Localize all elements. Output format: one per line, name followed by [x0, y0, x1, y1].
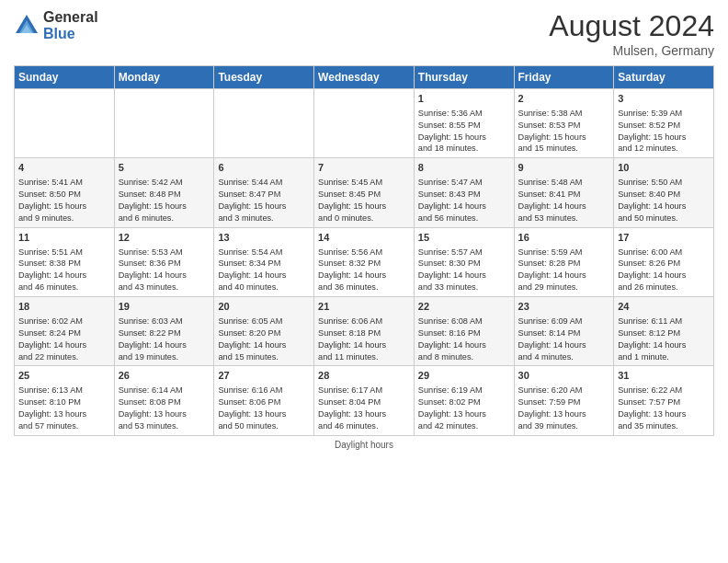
title-block: August 2024 Mulsen, Germany [549, 9, 714, 58]
calendar-cell-4-6: 31Sunrise: 6:22 AM Sunset: 7:57 PM Dayli… [614, 366, 714, 435]
day-info: Sunrise: 5:50 AM Sunset: 8:40 PM Dayligh… [618, 177, 710, 224]
calendar-week-2: 11Sunrise: 5:51 AM Sunset: 8:38 PM Dayli… [15, 227, 714, 296]
calendar-cell-2-4: 15Sunrise: 5:57 AM Sunset: 8:30 PM Dayli… [414, 227, 514, 296]
day-info: Sunrise: 6:00 AM Sunset: 8:26 PM Dayligh… [618, 247, 710, 294]
calendar-cell-3-0: 18Sunrise: 6:02 AM Sunset: 8:24 PM Dayli… [15, 297, 115, 366]
calendar-cell-3-4: 22Sunrise: 6:08 AM Sunset: 8:16 PM Dayli… [414, 297, 514, 366]
calendar-cell-2-6: 17Sunrise: 6:00 AM Sunset: 8:26 PM Dayli… [614, 227, 714, 296]
calendar-cell-3-5: 23Sunrise: 6:09 AM Sunset: 8:14 PM Dayli… [514, 297, 614, 366]
day-info: Sunrise: 6:06 AM Sunset: 8:18 PM Dayligh… [318, 316, 410, 363]
calendar-cell-4-1: 26Sunrise: 6:14 AM Sunset: 8:08 PM Dayli… [114, 366, 214, 435]
page: General Blue August 2024 Mulsen, Germany… [0, 0, 728, 563]
calendar-cell-4-2: 27Sunrise: 6:16 AM Sunset: 8:06 PM Dayli… [214, 366, 314, 435]
day-number: 24 [618, 300, 710, 314]
day-number: 20 [218, 300, 310, 314]
calendar-cell-3-2: 20Sunrise: 6:05 AM Sunset: 8:20 PM Dayli… [214, 297, 314, 366]
calendar-cell-0-1 [114, 89, 214, 158]
day-number: 21 [318, 300, 410, 314]
day-info: Sunrise: 6:19 AM Sunset: 8:02 PM Dayligh… [418, 385, 510, 432]
day-number: 19 [119, 300, 210, 314]
calendar-cell-1-6: 10Sunrise: 5:50 AM Sunset: 8:40 PM Dayli… [614, 158, 714, 227]
logo-blue: Blue [43, 26, 98, 42]
day-number: 18 [18, 300, 110, 314]
calendar-header-row: SundayMondayTuesdayWednesdayThursdayFrid… [15, 66, 714, 89]
calendar-cell-4-4: 29Sunrise: 6:19 AM Sunset: 8:02 PM Dayli… [414, 366, 514, 435]
day-number: 15 [418, 231, 510, 245]
calendar-weekday-saturday: Saturday [614, 66, 714, 89]
day-number: 14 [318, 231, 410, 245]
calendar-cell-1-4: 8Sunrise: 5:47 AM Sunset: 8:43 PM Daylig… [414, 158, 514, 227]
calendar-weekday-tuesday: Tuesday [214, 66, 314, 89]
calendar-cell-1-3: 7Sunrise: 5:45 AM Sunset: 8:45 PM Daylig… [314, 158, 415, 227]
day-number: 12 [119, 231, 210, 245]
day-info: Sunrise: 5:54 AM Sunset: 8:34 PM Dayligh… [218, 247, 310, 294]
calendar-cell-4-5: 30Sunrise: 6:20 AM Sunset: 7:59 PM Dayli… [514, 366, 614, 435]
calendar-cell-3-6: 24Sunrise: 6:11 AM Sunset: 8:12 PM Dayli… [614, 297, 714, 366]
day-info: Sunrise: 5:57 AM Sunset: 8:30 PM Dayligh… [418, 247, 510, 294]
calendar-week-4: 25Sunrise: 6:13 AM Sunset: 8:10 PM Dayli… [15, 366, 714, 435]
calendar-cell-0-0 [15, 89, 115, 158]
calendar-table: SundayMondayTuesdayWednesdayThursdayFrid… [14, 65, 714, 436]
day-number: 1 [418, 92, 510, 106]
calendar-cell-2-1: 12Sunrise: 5:53 AM Sunset: 8:36 PM Dayli… [114, 227, 214, 296]
day-number: 7 [318, 161, 410, 175]
logo: General Blue [14, 9, 98, 41]
day-info: Sunrise: 5:59 AM Sunset: 8:28 PM Dayligh… [518, 247, 610, 294]
day-number: 9 [518, 161, 610, 175]
day-number: 26 [119, 369, 210, 383]
calendar-week-3: 18Sunrise: 6:02 AM Sunset: 8:24 PM Dayli… [15, 297, 714, 366]
day-info: Sunrise: 6:20 AM Sunset: 7:59 PM Dayligh… [518, 385, 610, 432]
calendar-cell-0-5: 2Sunrise: 5:38 AM Sunset: 8:53 PM Daylig… [514, 89, 614, 158]
day-number: 16 [518, 231, 610, 245]
calendar-cell-0-3 [314, 89, 415, 158]
header: General Blue August 2024 Mulsen, Germany [14, 9, 714, 58]
day-info: Sunrise: 5:56 AM Sunset: 8:32 PM Dayligh… [318, 247, 410, 294]
day-number: 31 [618, 369, 710, 383]
calendar-cell-4-3: 28Sunrise: 6:17 AM Sunset: 8:04 PM Dayli… [314, 366, 415, 435]
day-info: Sunrise: 6:14 AM Sunset: 8:08 PM Dayligh… [119, 385, 210, 432]
day-number: 13 [218, 231, 310, 245]
logo-text: General Blue [43, 9, 98, 41]
day-info: Sunrise: 5:47 AM Sunset: 8:43 PM Dayligh… [418, 177, 510, 224]
calendar-weekday-thursday: Thursday [414, 66, 514, 89]
calendar-cell-0-6: 3Sunrise: 5:39 AM Sunset: 8:52 PM Daylig… [614, 89, 714, 158]
day-info: Sunrise: 6:02 AM Sunset: 8:24 PM Dayligh… [18, 316, 110, 363]
day-number: 5 [119, 161, 210, 175]
day-info: Sunrise: 5:48 AM Sunset: 8:41 PM Dayligh… [518, 177, 610, 224]
month-year: August 2024 [549, 9, 714, 43]
calendar-cell-2-2: 13Sunrise: 5:54 AM Sunset: 8:34 PM Dayli… [214, 227, 314, 296]
day-number: 27 [218, 369, 310, 383]
day-info: Sunrise: 5:39 AM Sunset: 8:52 PM Dayligh… [618, 108, 710, 155]
day-info: Sunrise: 6:11 AM Sunset: 8:12 PM Dayligh… [618, 316, 710, 363]
day-info: Sunrise: 5:38 AM Sunset: 8:53 PM Dayligh… [518, 108, 610, 155]
day-number: 30 [518, 369, 610, 383]
calendar-cell-2-0: 11Sunrise: 5:51 AM Sunset: 8:38 PM Dayli… [15, 227, 115, 296]
calendar-cell-1-5: 9Sunrise: 5:48 AM Sunset: 8:41 PM Daylig… [514, 158, 614, 227]
day-number: 25 [18, 369, 110, 383]
calendar-week-1: 4Sunrise: 5:41 AM Sunset: 8:50 PM Daylig… [15, 158, 714, 227]
calendar-cell-1-0: 4Sunrise: 5:41 AM Sunset: 8:50 PM Daylig… [15, 158, 115, 227]
day-number: 6 [218, 161, 310, 175]
day-info: Sunrise: 6:17 AM Sunset: 8:04 PM Dayligh… [318, 385, 410, 432]
day-info: Sunrise: 5:44 AM Sunset: 8:47 PM Dayligh… [218, 177, 310, 224]
day-number: 22 [418, 300, 510, 314]
calendar-cell-2-5: 16Sunrise: 5:59 AM Sunset: 8:28 PM Dayli… [514, 227, 614, 296]
calendar-weekday-friday: Friday [514, 66, 614, 89]
day-info: Sunrise: 5:51 AM Sunset: 8:38 PM Dayligh… [18, 247, 110, 294]
location: Mulsen, Germany [549, 43, 714, 58]
day-info: Sunrise: 5:53 AM Sunset: 8:36 PM Dayligh… [119, 247, 210, 294]
calendar-week-0: 1Sunrise: 5:36 AM Sunset: 8:55 PM Daylig… [15, 89, 714, 158]
logo-general: General [43, 9, 98, 26]
footer-note: Daylight hours [14, 440, 714, 450]
day-info: Sunrise: 6:22 AM Sunset: 7:57 PM Dayligh… [618, 385, 710, 432]
day-info: Sunrise: 5:36 AM Sunset: 8:55 PM Dayligh… [418, 108, 510, 155]
day-info: Sunrise: 6:05 AM Sunset: 8:20 PM Dayligh… [218, 316, 310, 363]
day-number: 23 [518, 300, 610, 314]
calendar-weekday-monday: Monday [114, 66, 214, 89]
day-number: 11 [18, 231, 110, 245]
calendar-cell-1-2: 6Sunrise: 5:44 AM Sunset: 8:47 PM Daylig… [214, 158, 314, 227]
calendar-cell-1-1: 5Sunrise: 5:42 AM Sunset: 8:48 PM Daylig… [114, 158, 214, 227]
day-number: 2 [518, 92, 610, 106]
day-info: Sunrise: 6:13 AM Sunset: 8:10 PM Dayligh… [18, 385, 110, 432]
day-number: 4 [18, 161, 110, 175]
